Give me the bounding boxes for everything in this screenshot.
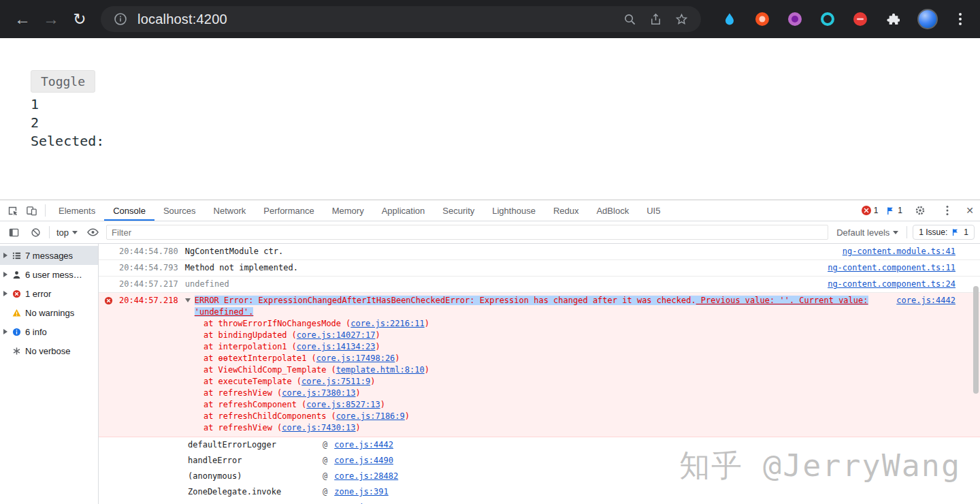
stack-source-link[interactable]: core.js:7380:13	[282, 388, 355, 398]
issues-counter-value: 1	[964, 227, 968, 237]
user-icon	[12, 270, 21, 279]
expand-arrow-icon[interactable]	[3, 272, 7, 277]
stack-source-link[interactable]: core.js:14027:17	[297, 330, 376, 340]
tab-redux[interactable]: Redux	[544, 200, 588, 221]
forward-arrow-icon: →	[43, 10, 59, 29]
site-info-icon[interactable]	[112, 10, 129, 28]
expand-arrow-icon[interactable]	[3, 329, 7, 334]
error-icon	[12, 289, 21, 298]
address-bar[interactable]: localhost:4200	[101, 6, 701, 32]
extension-purple-icon[interactable]	[787, 11, 803, 27]
stack-source-link[interactable]: core.js:7430:13	[282, 423, 355, 432]
tab-elements[interactable]: Elements	[50, 200, 104, 221]
tab-network[interactable]: Network	[205, 200, 255, 221]
inspect-element-icon[interactable]	[3, 202, 22, 219]
console-sidebar-toggle-icon[interactable]	[5, 224, 22, 240]
extensions-puzzle-icon[interactable]	[885, 11, 901, 27]
frame-context-dropdown[interactable]: top	[55, 227, 79, 238]
url-text[interactable]: localhost:4200	[137, 12, 227, 27]
page-text-block: 1 2 Selected:	[31, 95, 104, 151]
tab-lighthouse[interactable]: Lighthouse	[483, 200, 544, 221]
tab-sources[interactable]: Sources	[154, 200, 205, 221]
sidebar-item-user-messages[interactable]: 6 user mess…	[0, 265, 98, 284]
error-circle-icon	[104, 296, 113, 305]
console-scrollbar-thumb[interactable]	[973, 286, 979, 394]
devtools-menu-icon[interactable]	[938, 202, 957, 219]
forward-button[interactable]: →	[39, 7, 63, 31]
stack-loc: core.js:7430:13	[277, 423, 361, 432]
frame-source-link[interactable]: zone.js:391	[334, 486, 388, 498]
reload-button[interactable]: ↻	[67, 7, 92, 31]
tab-console[interactable]: Console	[104, 200, 154, 221]
extension-teal-icon[interactable]	[819, 11, 836, 27]
sidebar-item-info[interactable]: 6 info	[0, 322, 98, 341]
stack-fn: bindingUpdated	[218, 330, 287, 340]
live-expression-eye-icon[interactable]	[84, 224, 101, 240]
stack-source-link[interactable]: core.js:14134:23	[297, 342, 376, 351]
browser-menu-icon[interactable]	[954, 13, 966, 25]
console-log-row[interactable]: 20:44:54.780 NgContentModule ctr. ng-con…	[99, 244, 980, 260]
tab-ui5[interactable]: UI5	[638, 200, 669, 221]
share-icon[interactable]	[647, 10, 664, 28]
tab-performance[interactable]: Performance	[255, 200, 323, 221]
device-toolbar-icon[interactable]	[22, 202, 41, 219]
row-gutter	[104, 295, 119, 309]
stack-source-link[interactable]: core.js:7511:9	[301, 377, 370, 386]
stack-source-link[interactable]: core.js:17498:26	[316, 353, 395, 363]
log-levels-label: Default levels	[836, 227, 889, 238]
info-icon	[12, 328, 21, 336]
error-message-part1: ERROR Error: ExpressionChangedAfterItHas…	[195, 296, 696, 305]
stack-fn: refreshView	[218, 423, 272, 432]
source-link[interactable]: core.js:4442	[885, 295, 956, 306]
profile-avatar[interactable]	[917, 9, 938, 29]
source-link[interactable]: ng-content.module.ts:41	[832, 246, 956, 257]
expand-arrow-icon[interactable]	[3, 291, 7, 296]
bookmark-star-icon[interactable]	[672, 10, 690, 28]
extension-drop-icon[interactable]	[721, 11, 738, 27]
log-timestamp: 20:44:54.793	[119, 262, 178, 274]
stack-frame: atrefreshViewcore.js:7380:13	[203, 388, 956, 399]
settings-gear-icon[interactable]	[911, 202, 930, 219]
sidebar-item-verbose[interactable]: No verbose	[0, 341, 98, 360]
tab-adblock[interactable]: AdBlock	[587, 200, 638, 221]
console-log-row[interactable]: 20:44:57.217 undefined ng-content.compon…	[99, 277, 980, 293]
toggle-button[interactable]: Toggle	[31, 70, 95, 93]
console-filter-input[interactable]	[106, 225, 828, 240]
stack-source-link[interactable]: core.js:2216:11	[350, 319, 424, 328]
stack-source-link[interactable]: core.js:8527:13	[306, 400, 380, 409]
source-link[interactable]: ng-content.component.ts:11	[817, 262, 956, 274]
console-error-block[interactable]: 20:44:57.218 ERROR Error: ExpressionChan…	[99, 293, 980, 437]
devtools-close-icon[interactable]: ✕	[965, 205, 975, 216]
log-timestamp: 20:44:57.217	[119, 279, 178, 290]
issues-flag-badge[interactable]: 1	[886, 206, 902, 215]
issues-counter-button[interactable]: 1 Issue: 1	[913, 225, 975, 240]
back-button[interactable]: ←	[10, 7, 35, 31]
stack-source-link[interactable]: core.js:7186:9	[336, 411, 405, 421]
stack-frame: atthrowErrorIfNoChangesModecore.js:2216:…	[203, 318, 956, 330]
tab-security[interactable]: Security	[434, 200, 483, 221]
error-count-badge[interactable]: 1	[862, 206, 879, 215]
tab-memory[interactable]: Memory	[323, 200, 373, 221]
sidebar-item-label: 6 user mess…	[25, 270, 82, 280]
tabbar-status-cluster: 1 1 ✕	[862, 202, 977, 219]
sidebar-item-warnings[interactable]: No warnings	[0, 303, 98, 322]
frame-source-link[interactable]: core.js:4490	[334, 455, 393, 467]
extension-adblock-icon[interactable]	[852, 11, 868, 27]
log-levels-dropdown[interactable]: Default levels	[834, 227, 901, 238]
frame-source-link[interactable]: core.js:28482	[334, 471, 398, 482]
clear-console-icon[interactable]	[27, 224, 44, 240]
stack-fn: refreshChildComponents	[218, 411, 326, 421]
frame-source-link[interactable]: core.js:4442	[334, 439, 393, 451]
extension-orange-icon[interactable]	[754, 11, 770, 27]
source-link[interactable]: ng-content.component.ts:24	[817, 279, 956, 290]
stack-at: at	[203, 400, 213, 409]
sidebar-item-errors[interactable]: 1 error	[0, 284, 98, 303]
sidebar-item-messages[interactable]: 7 messages	[0, 246, 98, 265]
expand-arrow-icon[interactable]	[3, 253, 7, 258]
tab-application[interactable]: Application	[373, 200, 434, 221]
stack-source-link[interactable]: template.html:8:10	[336, 365, 425, 375]
console-log-row[interactable]: 20:44:54.793 Method not implemented. ng-…	[99, 260, 980, 277]
collapse-triangle-icon[interactable]	[185, 298, 191, 302]
zoom-icon[interactable]	[621, 10, 638, 28]
stack-frame: atinterpolation1core.js:14134:23	[203, 341, 956, 353]
